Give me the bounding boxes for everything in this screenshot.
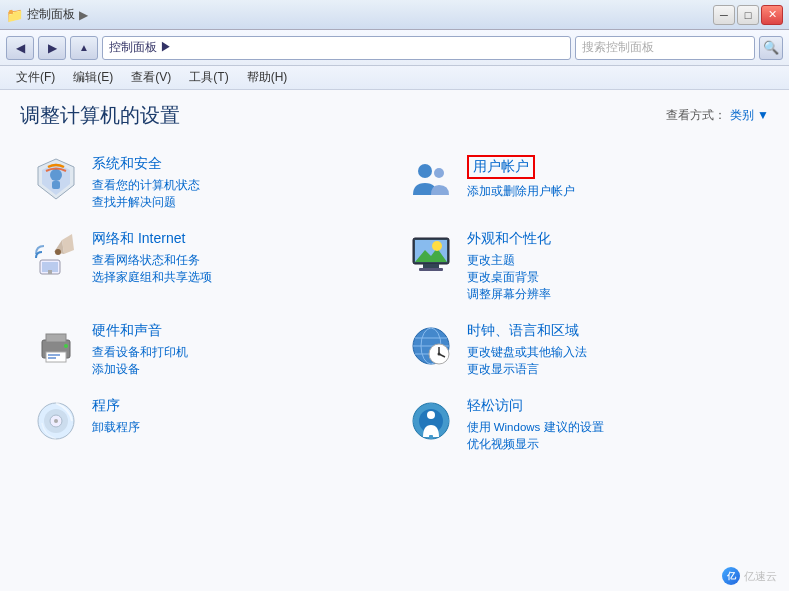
text-hardware-sound: 硬件和声音 查看设备和打印机 添加设备 [92, 322, 383, 377]
page-title-row: 调整计算机的设置 查看方式： 类别 ▼ [20, 102, 769, 129]
link-optimize-video[interactable]: 优化视频显示 [467, 437, 758, 452]
footer-watermark: 亿 亿速云 [722, 567, 777, 585]
link-view-devices[interactable]: 查看设备和打印机 [92, 345, 383, 360]
maximize-button[interactable]: □ [737, 5, 759, 25]
link-check-computer[interactable]: 查看您的计算机状态 [92, 178, 383, 193]
view-dropdown[interactable]: 类别 ▼ [730, 108, 769, 122]
link-change-wallpaper[interactable]: 更改桌面背景 [467, 270, 758, 285]
forward-button[interactable]: ▶ [38, 36, 66, 60]
breadcrumb-input[interactable]: 控制面板 ▶ [102, 36, 571, 60]
link-network-internet[interactable]: 网络和 Internet [92, 230, 185, 248]
view-label: 查看方式： [666, 108, 726, 122]
link-user-accounts[interactable]: 用户帐户 [467, 155, 535, 179]
svg-rect-42 [445, 419, 449, 423]
menu-bar: 文件(F) 编辑(E) 查看(V) 工具(T) 帮助(H) [0, 66, 789, 90]
section-clock-language: 时钟、语言和区域 更改键盘或其他输入法 更改显示语言 [395, 312, 770, 387]
search-input[interactable]: 搜索控制面板 [575, 36, 755, 60]
link-homegroup[interactable]: 选择家庭组和共享选项 [92, 270, 383, 285]
svg-point-22 [64, 344, 68, 348]
breadcrumb-text: 控制面板 ▶ [109, 39, 172, 56]
svg-point-9 [55, 249, 61, 255]
forward-icon: ▶ [48, 41, 57, 55]
view-mode-selector[interactable]: 查看方式： 类别 ▼ [666, 107, 769, 124]
section-accessibility: 轻松访问 使用 Windows 建议的设置 优化视频显示 [395, 387, 770, 462]
link-clock-language[interactable]: 时钟、语言和区域 [467, 322, 579, 340]
main-content: 调整计算机的设置 查看方式： 类别 ▼ 系统和安全 查看您的计算机状态 [0, 90, 789, 591]
svg-rect-8 [48, 270, 52, 274]
link-add-remove-users[interactable]: 添加或删除用户帐户 [467, 184, 758, 199]
up-button[interactable]: ▲ [70, 36, 98, 60]
address-bar: ◀ ▶ ▲ 控制面板 ▶ 搜索控制面板 🔍 [0, 30, 789, 66]
section-hardware-sound: 硬件和声音 查看设备和打印机 添加设备 [20, 312, 395, 387]
menu-help[interactable]: 帮助(H) [239, 67, 296, 88]
page-title: 调整计算机的设置 [20, 102, 180, 129]
watermark-icon: 亿 [722, 567, 740, 585]
text-clock-language: 时钟、语言和区域 更改键盘或其他输入法 更改显示语言 [467, 322, 758, 377]
back-button[interactable]: ◀ [6, 36, 34, 60]
svg-rect-21 [48, 357, 56, 359]
section-system-security: 系统和安全 查看您的计算机状态 查找并解决问题 [20, 145, 395, 220]
icon-appearance [407, 230, 455, 278]
text-system-security: 系统和安全 查看您的计算机状态 查找并解决问题 [92, 155, 383, 210]
link-find-solutions[interactable]: 查找并解决问题 [92, 195, 383, 210]
menu-tools[interactable]: 工具(T) [181, 67, 236, 88]
text-network-internet: 网络和 Internet 查看网络状态和任务 选择家庭组和共享选项 [92, 230, 383, 285]
link-view-network[interactable]: 查看网络状态和任务 [92, 253, 383, 268]
svg-rect-20 [48, 354, 60, 356]
icon-accessibility [407, 397, 455, 445]
title-bar-controls: ─ □ ✕ [713, 5, 783, 25]
watermark-text: 亿速云 [744, 569, 777, 584]
svg-point-5 [434, 168, 444, 178]
search-placeholder: 搜索控制面板 [582, 39, 654, 56]
text-user-accounts: 用户帐户 添加或删除用户帐户 [467, 155, 758, 199]
link-uninstall[interactable]: 卸载程序 [92, 420, 383, 435]
icon-user-accounts [407, 155, 455, 203]
title-text: 控制面板 [27, 6, 75, 23]
control-panel-grid: 系统和安全 查看您的计算机状态 查找并解决问题 用户帐户 添加或删除用户帐户 [20, 145, 769, 462]
text-appearance: 外观和个性化 更改主题 更改桌面背景 调整屏幕分辨率 [467, 230, 758, 302]
back-icon: ◀ [16, 41, 25, 55]
title-bar: 📁 控制面板 ▶ ─ □ ✕ [0, 0, 789, 30]
link-change-keyboard[interactable]: 更改键盘或其他输入法 [467, 345, 758, 360]
search-icon: 🔍 [763, 40, 779, 55]
menu-edit[interactable]: 编辑(E) [65, 67, 121, 88]
svg-point-31 [437, 353, 440, 356]
section-appearance: 外观和个性化 更改主题 更改桌面背景 调整屏幕分辨率 [395, 220, 770, 312]
title-bar-left: 📁 控制面板 ▶ [6, 6, 88, 23]
minimize-button[interactable]: ─ [713, 5, 735, 25]
icon-programs [32, 397, 80, 445]
link-change-display-lang[interactable]: 更改显示语言 [467, 362, 758, 377]
svg-rect-12 [423, 264, 439, 268]
link-change-theme[interactable]: 更改主题 [467, 253, 758, 268]
svg-point-4 [418, 164, 432, 178]
text-accessibility: 轻松访问 使用 Windows 建议的设置 优化视频显示 [467, 397, 758, 452]
menu-file[interactable]: 文件(F) [8, 67, 63, 88]
icon-system-security [32, 155, 80, 203]
svg-point-38 [427, 411, 435, 419]
close-button[interactable]: ✕ [761, 5, 783, 25]
section-user-accounts: 用户帐户 添加或删除用户帐户 [395, 145, 770, 220]
title-arrow: ▶ [79, 8, 88, 22]
search-button[interactable]: 🔍 [759, 36, 783, 60]
section-programs: 程序 卸载程序 [20, 387, 395, 462]
folder-icon: 📁 [6, 7, 23, 23]
text-programs: 程序 卸载程序 [92, 397, 383, 435]
link-appearance[interactable]: 外观和个性化 [467, 230, 551, 248]
link-hardware-sound[interactable]: 硬件和声音 [92, 322, 162, 340]
link-accessibility[interactable]: 轻松访问 [467, 397, 523, 415]
icon-clock-language [407, 322, 455, 370]
link-add-device[interactable]: 添加设备 [92, 362, 383, 377]
svg-rect-3 [52, 181, 60, 189]
svg-rect-39 [429, 403, 433, 407]
svg-rect-13 [419, 268, 443, 271]
link-resolution[interactable]: 调整屏幕分辨率 [467, 287, 758, 302]
svg-rect-18 [46, 334, 66, 342]
link-programs[interactable]: 程序 [92, 397, 120, 415]
menu-view[interactable]: 查看(V) [123, 67, 179, 88]
link-system-security[interactable]: 系统和安全 [92, 155, 162, 173]
icon-hardware-sound [32, 322, 80, 370]
svg-rect-41 [413, 419, 417, 423]
link-windows-recommendations[interactable]: 使用 Windows 建议的设置 [467, 420, 758, 435]
svg-point-16 [432, 241, 442, 251]
up-icon: ▲ [79, 42, 89, 53]
